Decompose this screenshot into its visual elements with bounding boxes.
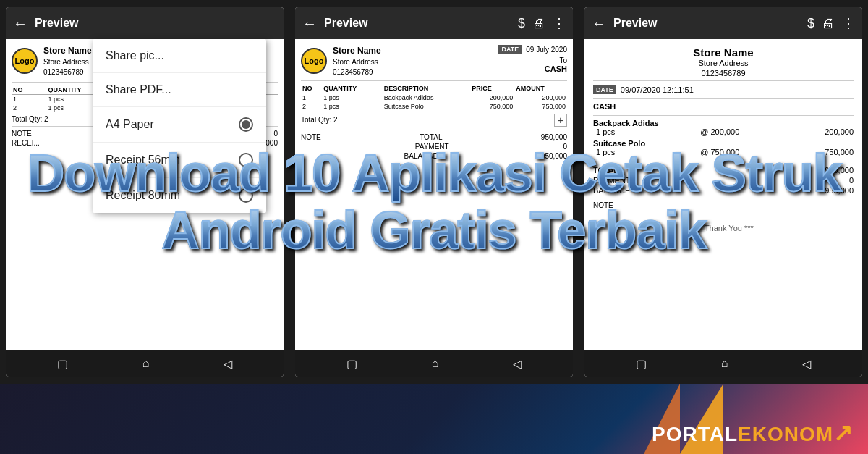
receipt-header-2: Logo Store Name Store Address 0123456789 [301,45,381,77]
store-info-2: Store Name Store Address 0123456789 [333,45,381,77]
r3-item-name-2: Suitcase Polo [593,139,854,148]
balance-val-2: 950,000 [541,152,567,160]
nav-home-3[interactable]: ⌂ [721,357,728,370]
portal-logo[interactable]: PORTALEKONOM↗ [652,419,854,447]
col-qty-2: QUANTITY [322,84,383,93]
menu-share-pic[interactable]: Share pic... [93,39,266,73]
menu-share-pdf[interactable]: Share PDF... [93,73,266,107]
add-btn-2[interactable]: + [554,114,567,127]
dollar-icon-2[interactable]: $ [518,16,525,31]
balance-row-2: BALANCE 950,000 [301,152,567,160]
payment-label-2: PAYMENT [415,143,449,151]
r3-payment-label: PAYMENT [593,176,631,185]
nav-square-1[interactable]: ▢ [57,357,68,371]
logo-1: Logo [12,48,38,74]
nav-square-2[interactable]: ▢ [346,357,357,371]
divider-r3b [593,98,854,99]
r3-item-1: Backpack Adidas 1 pcs @ 200,000 200,000 [593,119,854,136]
menu-icon-2[interactable]: ⋮ [553,15,566,31]
r3-thank-you: *** Thank You *** [593,224,854,232]
payment-val-1: 0 [273,130,278,138]
s2-header: Logo Store Name Store Address 0123456789… [301,45,567,77]
radio-a4[interactable] [239,117,253,132]
col-desc-2: DESCRIPTION [383,84,470,93]
back-icon-2[interactable]: ← [302,15,317,32]
r3-unit-2: @ 750,000 [700,148,739,156]
payment-row-2: PAYMENT 0 [301,143,567,151]
table-row: 2 1 pcs Suitcase Polo 750,000 750,000 [301,102,567,111]
store-name-1: Store Name [43,45,92,57]
r3-total-label: TOTAL [593,166,618,175]
total-val-2: 950,000 [541,133,567,141]
rec-label-1: RECEI... [12,139,40,147]
total-row-2: NOTE TOTAL 950,000 [301,133,567,141]
r3-note: NOTE [593,201,854,209]
r3-amount-2: 750,000 [825,148,854,156]
date-value-2: 09 July 2020 [526,46,567,54]
print-icon-2[interactable]: 🖨 [532,16,545,31]
r3-total-val: 950,000 [825,166,854,175]
phone-screen-3: ← Preview $ 🖨 ⋮ Store Name Store Address… [584,7,862,377]
date-row-2: DATE 09 July 2020 [498,45,567,54]
total-label-2: TOTAL [420,133,442,141]
nav-back-3[interactable]: ◁ [802,357,811,371]
menu-a4-paper[interactable]: A4 Paper [93,107,266,143]
store-address-2: Store Address [333,57,381,67]
topbar-1: ← Preview [6,7,284,39]
nav-square-3[interactable]: ▢ [636,357,647,371]
r3-store-phone: 0123456789 [593,69,854,77]
r3-date-value: 09/07/2020 12:11:51 [621,85,694,94]
r3-item-name-1: Backpack Adidas [593,119,854,127]
r3-balance-val: 950,000 [825,186,854,195]
r3-unit-1: @ 200,000 [700,127,739,136]
total-qty-label-2: Total Qty: 2 [301,116,338,124]
divider-s2 [301,80,567,81]
radio-80[interactable] [239,188,253,203]
print-icon-3[interactable]: 🖨 [822,16,835,31]
phones-row: ← Preview Logo Store Name Store Address … [0,0,868,384]
note-label-2: NOTE [301,133,321,141]
dropdown-menu: Share pic... Share PDF... A4 Paper Recei… [93,39,266,213]
topbar-title-1: Preview [35,17,276,30]
radio-56[interactable] [239,153,253,167]
share-pdf-label: Share PDF... [106,83,171,96]
r3-balance-label: BALANCE [593,186,630,195]
dollar-icon-3[interactable]: $ [807,16,814,31]
nav-back-2[interactable]: ◁ [513,357,522,371]
store-info-1: Store Name Store Address 0123456789 [43,45,92,77]
nav-home-1[interactable]: ⌂ [142,357,150,370]
topbar-2: ← Preview $ 🖨 ⋮ [295,7,573,39]
back-icon-3[interactable]: ← [592,15,606,32]
share-pic-label: Share pic... [106,49,164,62]
note-label-1: NOTE [12,130,32,138]
r3-qty-2: 1 pcs [596,148,615,156]
portal-brand: PORTALEKONOM↗ [652,419,854,447]
android-nav-1: ▢ ⌂ ◁ [6,350,284,377]
phone-screen-1: ← Preview Logo Store Name Store Address … [6,7,284,377]
menu-receipt-56[interactable]: Receipt 56mm [93,143,266,178]
divider-r3a [593,80,854,81]
receipt-56-label: Receipt 56mm [106,154,180,167]
receipt-80-label: Receipt 80mm [106,189,180,202]
receipt-table-2: NO QUANTITY DESCRIPTION PRICE AMOUNT 1 1… [301,84,567,111]
r3-balance-row: BALANCE 950,000 [593,186,854,195]
divider-r3d [593,198,854,198]
nav-home-2[interactable]: ⌂ [432,357,439,370]
table-row: 1 1 pcs Backpack Adidas 200,000 200,000 [301,93,567,102]
menu-receipt-80[interactable]: Receipt 80mm [93,178,266,213]
r3-payment-row: PAYMENT 0 [593,176,854,185]
receipt-body-3: Store Name Store Address 0123456789 DATE… [584,39,862,240]
nav-back-1[interactable]: ◁ [224,357,232,371]
r3-payment-val: 0 [849,176,854,185]
radio-filled [242,120,250,129]
col-no-1: NO [12,85,46,95]
r3-store-name: Store Name [593,46,854,59]
menu-icon-3[interactable]: ⋮ [842,15,855,31]
back-icon-1[interactable]: ← [13,15,27,32]
a4-paper-label: A4 Paper [106,118,154,131]
r3-item-2: Suitcase Polo 1 pcs @ 750,000 750,000 [593,139,854,156]
bottom-bar: PORTALEKONOM↗ [0,384,868,454]
r3-item-detail-1: 1 pcs @ 200,000 200,000 [593,127,854,136]
balance-label-2: BALANCE [404,152,438,160]
r3-qty-1: 1 pcs [596,127,615,136]
